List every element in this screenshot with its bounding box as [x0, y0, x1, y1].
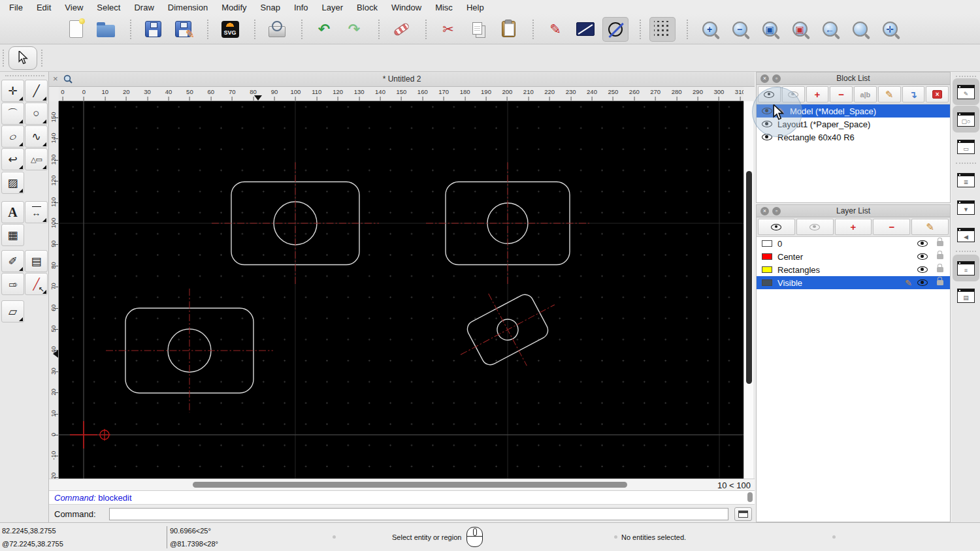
menu-edit[interactable]: Edit [37, 3, 51, 12]
arc-tool-button[interactable]: ⌒ [1, 102, 24, 125]
drawing-canvas[interactable] [59, 101, 743, 479]
menu-modify[interactable]: Modify [221, 3, 246, 12]
ellipse-tool-button[interactable]: ○ [1, 125, 24, 148]
circle-tool-button[interactable] [602, 17, 629, 42]
copy-button[interactable] [465, 17, 491, 42]
view-3d-tool-button[interactable]: ▱ [1, 300, 24, 323]
save-as-button[interactable]: ✎ [170, 17, 196, 42]
menu-info[interactable]: Info [294, 3, 308, 12]
selection-tool-button[interactable] [8, 46, 37, 70]
layer-row[interactable]: Visible✎ [757, 276, 950, 289]
zoom-selection-button[interactable]: ▣ [787, 17, 813, 42]
edit-block-button[interactable]: ✎ [878, 86, 901, 102]
shape-tool-button[interactable]: △▭ [25, 148, 48, 170]
polyline-tool-button[interactable]: ↩ [1, 148, 24, 170]
remove-block-button[interactable]: − [830, 86, 853, 102]
menu-block[interactable]: Block [357, 3, 378, 12]
menu-select[interactable]: Select [97, 3, 120, 12]
hatch-tool-button[interactable]: ▨ [1, 172, 24, 194]
image-tool-button[interactable]: ▦ [1, 224, 24, 246]
property-editor-panel-toggle[interactable]: ≣ [953, 166, 979, 193]
undo-button[interactable]: ↶ [311, 17, 337, 42]
grid-toggle-button[interactable] [649, 17, 676, 42]
command-history-panel-toggle[interactable]: ≡ [953, 255, 979, 281]
paste-button[interactable] [495, 17, 521, 42]
layer-row[interactable]: 0 [757, 237, 950, 250]
layer-lock-icon[interactable] [937, 280, 943, 285]
cut-button[interactable]: ✂ [435, 17, 461, 42]
new-file-button[interactable] [63, 17, 89, 42]
relative-coordinates: @72.2245,38.2755 [2, 540, 63, 548]
menu-misc[interactable]: Misc [435, 3, 453, 12]
draw-pen-button[interactable]: ✎ [542, 17, 568, 42]
redo-button[interactable]: ↷ [341, 17, 367, 42]
float-panel-icon[interactable]: ▫ [772, 74, 781, 83]
layer-lock-icon[interactable] [937, 241, 943, 246]
zoom-out-button[interactable]: − [727, 17, 753, 42]
add-layer-button[interactable]: + [835, 219, 872, 235]
zoom-auto-button[interactable]: ▣ [757, 17, 783, 42]
divide-tool-button[interactable]: ▭○ [1, 273, 24, 295]
insert-block-button[interactable]: ↴ [902, 86, 925, 102]
command-input[interactable] [109, 508, 728, 520]
layer-visibility-eye-icon[interactable] [917, 279, 928, 286]
line-tool-button[interactable] [572, 17, 598, 42]
view-options-panel-toggle[interactable]: ◀ [953, 221, 979, 248]
save-button[interactable] [140, 17, 166, 42]
zoom-in-button[interactable]: + [696, 17, 723, 42]
float-panel-icon[interactable]: ▫ [772, 207, 781, 215]
block-list-panel-toggle[interactable]: ✎ [953, 78, 979, 105]
layer-visibility-eye-icon[interactable] [917, 253, 928, 260]
edit-layer-button[interactable]: ✎ [911, 219, 949, 235]
menu-draw[interactable]: Draw [134, 3, 154, 12]
hide-layer-button[interactable] [796, 219, 834, 235]
menu-snap[interactable]: Snap [261, 3, 280, 12]
command-window-button[interactable] [734, 507, 752, 521]
measure-tool-button[interactable]: ▤ [25, 250, 48, 272]
layer-visibility-eye-icon[interactable] [917, 266, 928, 273]
selection-filter-panel-icon: ▼ [957, 200, 975, 215]
points-tool-button[interactable]: ✛ [1, 80, 24, 102]
menu-window[interactable]: Window [391, 3, 421, 12]
menu-help[interactable]: Help [466, 3, 484, 12]
vertical-scrollbar[interactable] [743, 101, 753, 479]
add-block-button[interactable]: + [806, 86, 829, 102]
open-file-button[interactable] [93, 17, 119, 42]
rename-block-button[interactable]: a|b [854, 86, 877, 102]
print-preview-button[interactable] [264, 17, 290, 42]
selection-filter-panel-toggle[interactable]: ▼ [953, 194, 979, 221]
text-tool-button[interactable]: A [1, 201, 24, 223]
menu-view[interactable]: View [65, 3, 83, 12]
spline-tool-button[interactable]: ∿ [25, 125, 48, 148]
purge-block-button[interactable]: × [926, 86, 949, 102]
eraser-button[interactable] [388, 17, 414, 42]
history-scrollbar-thumb[interactable] [747, 492, 753, 502]
layer-visibility-eye-icon[interactable] [917, 240, 928, 247]
svg-export-button[interactable]: SVG [217, 17, 243, 42]
layer-list-panel-toggle[interactable]: ▢○ [953, 106, 979, 133]
layer-lock-icon[interactable] [937, 267, 943, 272]
vertical-scrollbar-thumb[interactable] [746, 171, 752, 384]
dimension-tool-button[interactable]: ↔ [25, 201, 48, 223]
remove-layer-button[interactable]: − [873, 219, 910, 235]
menu-layer[interactable]: Layer [322, 3, 344, 12]
horizontal-scrollbar[interactable]: 10 < 100 [49, 479, 755, 490]
zoom-pan-button[interactable]: ✛ [877, 17, 903, 42]
zoom-previous-button[interactable]: ← [817, 17, 843, 42]
entity-select-tool-button[interactable]: ╱ [25, 273, 48, 295]
zoom-window-button[interactable] [847, 17, 873, 42]
menu-file[interactable]: File [9, 3, 23, 12]
close-panel-icon[interactable]: × [760, 74, 769, 83]
clipboard-panel-toggle[interactable]: ▤ [953, 282, 979, 309]
layer-lock-icon[interactable] [937, 254, 943, 259]
library-browser-panel-toggle[interactable]: ▭ [953, 133, 979, 160]
menu-dimension[interactable]: Dimension [168, 3, 208, 12]
modify-tool-button[interactable]: ✐ [1, 250, 24, 272]
circle-tool-button[interactable]: ○ [25, 102, 48, 125]
horizontal-scrollbar-thumb[interactable] [193, 482, 627, 488]
line-tool-button[interactable]: ╱ [25, 80, 48, 102]
layer-row[interactable]: Rectangles [757, 263, 950, 276]
show-layer-button[interactable] [758, 219, 795, 235]
layer-row[interactable]: Center [757, 250, 950, 263]
close-panel-icon[interactable]: × [760, 207, 769, 215]
